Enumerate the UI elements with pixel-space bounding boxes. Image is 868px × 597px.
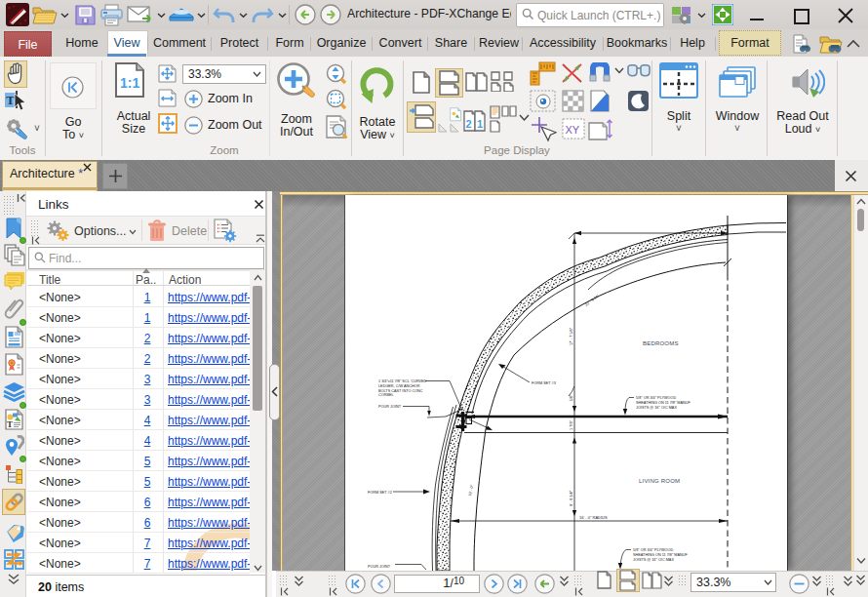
svg-text:2: 2 <box>466 118 472 130</box>
svg-text:1 7/8": 1 7/8" <box>570 419 573 429</box>
svg-text:SHEATHING ON 11 7/8" MANUF: SHEATHING ON 11 7/8" MANUF <box>636 401 691 405</box>
svg-text:JOISTS @ 16" O/C MAX: JOISTS @ 16" O/C MAX <box>636 406 677 410</box>
svg-text:LEDGER, C/W ANCHOR: LEDGER, C/W ANCHOR <box>378 384 420 388</box>
svg-text:17' - 7 5/8": 17' - 7 5/8" <box>570 327 573 345</box>
svg-text:JOISTS @ 16" O/C MAX: JOISTS @ 16" O/C MAX <box>633 558 674 562</box>
svg-text:1: 1 <box>477 118 483 130</box>
svg-text:5/8" OR 3/4" PLYWOOD: 5/8" OR 3/4" PLYWOOD <box>633 548 673 552</box>
svg-text:LIVING ROOM: LIVING ROOM <box>639 478 680 484</box>
svg-text:22' - 9.34": 22' - 9.34" <box>584 294 600 307</box>
svg-text:1 3/4"x11 7/8" SCL 'CURVED': 1 3/4"x11 7/8" SCL 'CURVED' <box>378 379 427 383</box>
svg-text:5/8" OR 3/4" PLYWOOD: 5/8" OR 3/4" PLYWOOD <box>636 396 676 400</box>
svg-text:BEDROOMS: BEDROOMS <box>643 340 679 346</box>
svg-text:POUR JOINT: POUR JOINT <box>378 405 402 409</box>
svg-text:POUR JOINT: POUR JOINT <box>368 565 391 569</box>
svg-text:CORBEL: CORBEL <box>378 393 394 397</box>
svg-text:SHEATHING ON 11 7/8" MANUF: SHEATHING ON 11 7/8" MANUF <box>633 553 689 557</box>
svg-text:BOLTS CAST INTO CONC: BOLTS CAST INTO CONC <box>378 389 423 393</box>
svg-text:FORM SET #3: FORM SET #3 <box>532 381 556 385</box>
svg-text:9' - 8 3/4": 9' - 8 3/4" <box>570 490 573 506</box>
svg-text:XY: XY <box>566 124 580 136</box>
svg-text:FORM SET #2: FORM SET #2 <box>368 491 392 495</box>
svg-text:T: T <box>7 419 13 429</box>
svg-text:16' - 0" RADIUS: 16' - 0" RADIUS <box>579 515 608 520</box>
svg-text:1:1: 1:1 <box>120 75 139 91</box>
svg-text:10' - 0": 10' - 0" <box>468 484 474 497</box>
